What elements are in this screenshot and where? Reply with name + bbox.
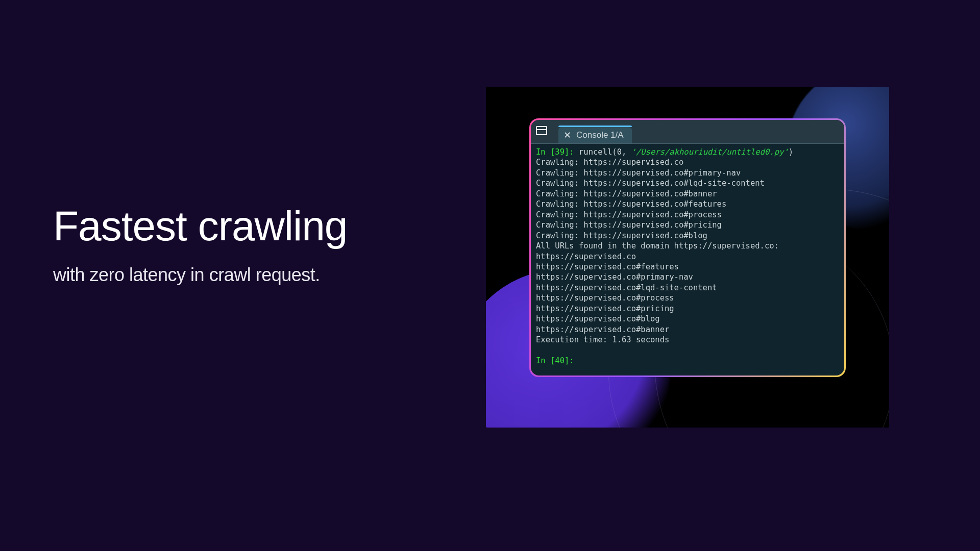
console-window-inner: ✕ Console 1/A In [39]: runcell(0, '/User… <box>531 120 844 375</box>
terminal-line: https://supervised.co#lqd-site-content <box>536 283 839 293</box>
call-arg-num: 0 <box>617 147 622 157</box>
hero-text-block: Fastest crawling with zero latency in cr… <box>53 204 451 286</box>
terminal-line: https://supervised.co#banner <box>536 324 839 335</box>
screenshot-panel: ✕ Console 1/A In [39]: runcell(0, '/User… <box>486 87 889 428</box>
terminal-line: Crawling: https://supervised.co#pricing <box>536 220 839 230</box>
terminal-line: In [39]: runcell(0, '/Users/akhouriudit/… <box>536 147 839 157</box>
console-tabbar: ✕ Console 1/A <box>531 120 844 143</box>
terminal-line: Crawling: https://supervised.co#process <box>536 210 839 220</box>
terminal-line: Crawling: https://supervised.co#blog <box>536 231 839 241</box>
terminal-line: Crawling: https://supervised.co#banner <box>536 189 839 199</box>
paren: ) <box>789 147 793 157</box>
terminal-line: https://supervised.co#pricing <box>536 304 839 314</box>
paren: ( <box>612 147 617 157</box>
console-tab-label: Console 1/A <box>576 130 624 140</box>
terminal-line: Execution time: 1.63 seconds <box>536 335 839 345</box>
console-window: ✕ Console 1/A In [39]: runcell(0, '/User… <box>529 118 846 377</box>
terminal-line: All URLs found in the domain https://sup… <box>536 241 839 251</box>
terminal-line: Crawling: https://supervised.co#lqd-site… <box>536 178 839 188</box>
terminal-line: Crawling: https://supervised.co#features <box>536 199 839 209</box>
blank-line <box>536 345 839 356</box>
close-icon[interactable]: ✕ <box>564 131 571 140</box>
terminal-output[interactable]: In [39]: runcell(0, '/Users/akhouriudit/… <box>531 144 844 375</box>
terminal-line: Crawling: https://supervised.co#primary-… <box>536 168 839 178</box>
new-pane-icon[interactable] <box>536 126 547 135</box>
console-tab[interactable]: ✕ Console 1/A <box>558 127 632 143</box>
prompt-in: In [39]: <box>536 147 574 157</box>
hero-subline: with zero latency in crawl request. <box>53 264 451 286</box>
comma: , <box>622 147 631 157</box>
terminal-line: https://supervised.co#primary-nav <box>536 272 839 282</box>
terminal-line: https://supervised.co#features <box>536 262 839 272</box>
call-arg-path: '/Users/akhouriudit/untitled0.py' <box>631 147 789 157</box>
call-fn: runcell <box>579 147 612 157</box>
prompt-in: In [40]: <box>536 356 574 365</box>
terminal-line: https://supervised.co <box>536 252 839 262</box>
hero-headline: Fastest crawling <box>53 204 451 248</box>
terminal-line: https://supervised.co#blog <box>536 314 839 324</box>
terminal-line: https://supervised.co#process <box>536 293 839 303</box>
terminal-line: In [40]: <box>536 356 839 366</box>
terminal-line: Crawling: https://supervised.co <box>536 157 839 167</box>
page-root: Fastest crawling with zero latency in cr… <box>0 0 980 551</box>
